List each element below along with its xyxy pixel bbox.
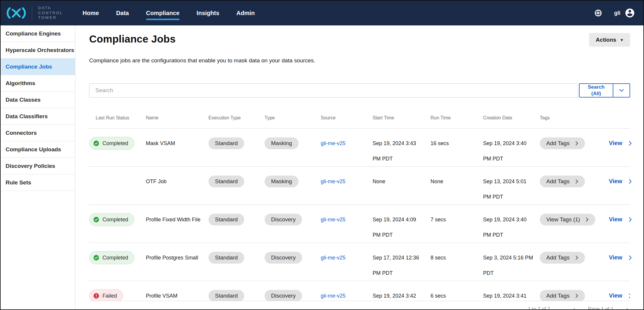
job-name: Profile Postgres Small [146,250,208,265]
source-link[interactable]: gli-me-v25 [321,288,373,301]
sidebar-item-algorithms[interactable]: Algorithms [1,75,75,92]
check-circle-icon [93,254,100,261]
job-name: OTF Job [146,174,208,189]
execution-type-label: Standard [215,178,238,185]
sidebar-item-rule-sets[interactable]: Rule Sets [1,174,75,191]
view-button[interactable]: View [609,178,633,185]
row-range-label: 1 to 7 of 7 [528,306,550,310]
api-chip-icon[interactable] [594,8,603,18]
search-bar: Search (All) [89,83,630,98]
view-button[interactable]: View [609,216,633,223]
sidebar-item-data-classifiers[interactable]: Data Classifiers [1,108,75,125]
column-header-creation-date: Creation Date [483,115,540,121]
nav-item-data[interactable]: Data [116,1,129,25]
main-content: Compliance Jobs Actions ▼ Compliance job… [75,25,643,309]
source-link[interactable]: gli-me-v25 [321,250,373,265]
job-name: Profile VSAM [146,288,208,301]
top-navigation: HomeDataComplianceInsightsAdmin [83,1,255,25]
execution-type-pill: Standard [208,214,244,225]
tags-button[interactable]: Add Tags [540,176,585,187]
next-page-icon[interactable]: › [626,306,628,310]
actions-button[interactable]: Actions ▼ [589,33,630,47]
sidebar-item-compliance-jobs[interactable]: Compliance Jobs [1,59,75,75]
top-bar: DATA CONTROL TOWER HomeDataComplianceIns… [1,1,643,25]
table-row: OTF Job Standard Masking gli-me-v25 None… [89,167,630,205]
search-button-group: Search (All) [579,83,630,98]
chevron-down-icon [618,87,625,94]
execution-type-label: Standard [215,140,238,147]
logo-wordmark: DATA CONTROL TOWER [38,6,63,21]
user-cluster: gli [614,8,635,18]
column-header-start-time: Start Time [373,115,431,121]
sidebar-item-compliance-engines[interactable]: Compliance Engines [1,25,75,42]
column-header-source: Source [321,115,373,121]
type-pill: Masking [265,137,299,149]
view-button[interactable]: View [609,292,630,299]
nav-item-admin[interactable]: Admin [237,1,255,25]
tags-button[interactable]: Add Tags [540,137,585,149]
chevron-right-icon [574,255,580,261]
previous-page-icon[interactable]: ‹ [573,306,575,310]
sidebar-item-discovery-policies[interactable]: Discovery Policies [1,158,75,174]
start-time: Sep 17, 2024 12:36 PM PDT [373,250,423,281]
status-badge: Completed [89,137,134,150]
search-input[interactable] [89,83,578,98]
execution-type-pill: Standard [208,176,244,187]
search-scope-dropdown[interactable] [613,84,630,97]
view-button[interactable]: View [609,254,633,261]
nav-item-home[interactable]: Home [83,1,99,25]
source-link[interactable]: gli-me-v25 [321,174,373,189]
run-time: 8 secs [431,250,483,265]
execution-type-pill: Standard [208,137,244,149]
table-row: Completed Profile Fixed Width File Stand… [89,205,630,243]
execution-type-label: Standard [215,216,238,223]
status-label: Completed [102,217,128,223]
view-button[interactable]: View [609,140,633,147]
job-name: Profile Fixed Width File [146,212,208,227]
column-header-tags: Tags [540,115,609,121]
tags-button[interactable]: Add Tags [540,252,585,264]
actions-button-label: Actions [596,37,616,43]
column-header-type: Type [265,115,321,121]
source-link[interactable]: gli-me-v25 [321,212,373,227]
nav-item-compliance[interactable]: Compliance [146,1,180,25]
top-bar-right: gli [594,8,635,18]
source-link[interactable]: gli-me-v25 [321,136,373,151]
tags-button-label: View Tags (1) [546,216,580,223]
app-window: DATA CONTROL TOWER HomeDataComplianceIns… [0,0,644,310]
nav-item-insights[interactable]: Insights [197,1,219,25]
type-label: Discovery [271,216,296,223]
sidebar-item-hyperscale-orchestrators[interactable]: Hyperscale Orchestrators [1,42,75,59]
type-pill: Masking [265,176,299,187]
chevron-right-icon [627,178,633,185]
username-label: gli [614,10,620,16]
start-time: Sep 19, 2024 3:42 [373,288,423,301]
view-button-label: View [609,178,622,185]
tags-button[interactable]: Add Tags [540,290,585,301]
status-label: Completed [102,140,128,147]
check-circle-icon [93,140,100,147]
run-time: 6 secs [431,288,483,301]
tags-button[interactable]: View Tags (1) [540,214,595,225]
creation-date: Sep 13, 2024 5:01 PM PDT [483,174,534,204]
sidebar: Compliance EnginesHyperscale Orchestrato… [1,25,75,309]
status-label: Completed [102,255,128,261]
sidebar-item-connectors[interactable]: Connectors [1,125,75,141]
sidebar-item-compliance-uploads[interactable]: Compliance Uploads [1,141,75,158]
tags-button-label: Add Tags [546,254,570,261]
execution-type-pill: Standard [208,252,244,264]
start-time: Sep 19, 2024 3:43 PM PDT [373,136,423,166]
table-header-row: Last Run StatusNameExecution TypeTypeSou… [89,115,630,129]
page-indicator: Page 1 of 1 [588,306,614,310]
run-time: 16 secs [431,136,483,151]
status-badge: Completed [89,251,134,264]
sidebar-item-data-classes[interactable]: Data Classes [1,92,75,108]
table-footer: 1 to 7 of 7 ‹ Page 1 of 1 › [89,301,630,310]
user-avatar-icon[interactable] [625,8,635,18]
execution-type-label: Standard [215,254,238,261]
run-time: 7 secs [431,212,483,227]
chevron-right-icon [627,140,633,147]
start-time: Sep 19, 2024 4:09 PM PDT [373,212,423,243]
run-time: None [431,174,483,189]
search-all-button[interactable]: Search (All) [580,84,613,97]
